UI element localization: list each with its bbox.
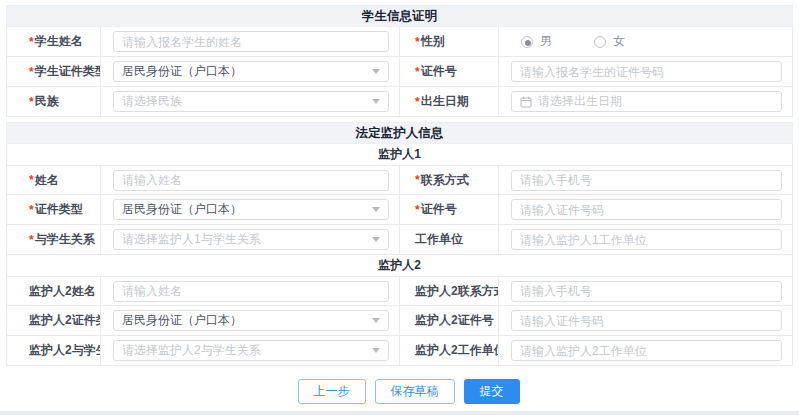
- student-id-type-label: * 学生证件类型: [7, 57, 101, 86]
- required-asterisk: *: [29, 173, 34, 187]
- guardian1-contact-input[interactable]: [511, 170, 782, 191]
- required-asterisk: *: [29, 233, 34, 247]
- guardian2-contact-label: 监护人2联系方式: [399, 277, 499, 305]
- ethnicity-field-cell: 请选择民族: [101, 87, 399, 116]
- student-name-field-cell: [101, 27, 399, 56]
- radio-label-male: 男: [540, 33, 552, 50]
- form-footer: 上一步 保存草稿 提交: [0, 372, 799, 411]
- student-id-no-input[interactable]: [511, 61, 782, 82]
- student-id-no-label: * 证件号: [399, 57, 499, 86]
- section-title: 法定监护人信息: [356, 125, 444, 142]
- form-row: 监护人2姓名 监护人2联系方式: [6, 276, 793, 306]
- guardian1-id-type-select[interactable]: 居民身份证（户口本）: [113, 199, 389, 220]
- gender-label: * 性别: [399, 27, 499, 56]
- guardian2-contact-field-cell: [499, 277, 792, 305]
- form-row: * 姓名 * 联系方式: [6, 165, 793, 195]
- guardian2-subheader: 监护人2: [6, 255, 793, 276]
- chevron-down-icon: [372, 318, 380, 323]
- guardian1-relation-select[interactable]: 请选择监护人1与学生关系: [113, 229, 389, 250]
- guardian1-work-label: 工作单位: [399, 225, 499, 254]
- form-row: * 学生姓名 * 性别 男 女: [6, 27, 793, 57]
- chevron-down-icon: [372, 207, 380, 212]
- chevron-down-icon: [372, 99, 380, 104]
- student-name-label: * 学生姓名: [7, 27, 101, 56]
- guardian2-name-label: 监护人2姓名: [7, 277, 101, 305]
- section-header-student-info: 学生信息证明: [6, 5, 793, 27]
- gender-field-cell: 男 女: [499, 27, 792, 56]
- guardian1-id-type-field-cell: 居民身份证（户口本）: [101, 195, 399, 224]
- required-asterisk: *: [415, 95, 420, 109]
- chevron-down-icon: [372, 348, 380, 353]
- submit-button[interactable]: 提交: [464, 379, 520, 404]
- form-row: * 民族 请选择民族 * 出生日期: [6, 87, 793, 117]
- radio-unchecked-icon: [594, 36, 606, 48]
- guardian2-name-field-cell: [101, 277, 399, 305]
- form-container: 学生信息证明 * 学生姓名 * 性别 男: [0, 0, 799, 372]
- guardian2-relation-label: 监护人2与学生关系: [7, 336, 101, 365]
- student-id-type-field-cell: 居民身份证（户口本）: [101, 57, 399, 86]
- guardian1-relation-label: * 与学生关系: [7, 225, 101, 254]
- required-asterisk: *: [415, 173, 420, 187]
- student-id-type-select[interactable]: 居民身份证（户口本）: [113, 61, 389, 82]
- guardian1-subheader: 监护人1: [6, 144, 793, 165]
- guardian1-contact-field-cell: [499, 166, 792, 194]
- guardian1-work-field-cell: [499, 225, 792, 254]
- form-row: * 证件类型 居民身份证（户口本） * 证件号: [6, 195, 793, 225]
- form-row: * 与学生关系 请选择监护人1与学生关系 工作单位: [6, 225, 793, 255]
- required-asterisk: *: [29, 203, 34, 217]
- form-row: 监护人2证件类型 居民身份证（户口本） 监护人2证件号: [6, 306, 793, 336]
- guardian2-id-type-field-cell: 居民身份证（户口本）: [101, 306, 399, 335]
- birth-date-label: * 出生日期: [399, 87, 499, 116]
- guardian2-id-type-label: 监护人2证件类型: [7, 306, 101, 335]
- gender-radio-male[interactable]: 男: [521, 33, 552, 50]
- chevron-down-icon: [372, 69, 380, 74]
- ethnicity-label: * 民族: [7, 87, 101, 116]
- calendar-icon: [520, 96, 532, 108]
- required-asterisk: *: [29, 95, 34, 109]
- guardian2-contact-input[interactable]: [511, 281, 782, 302]
- guardian1-relation-field-cell: 请选择监护人1与学生关系: [101, 225, 399, 254]
- gender-radio-female[interactable]: 女: [594, 33, 625, 50]
- guardian2-name-input[interactable]: [113, 281, 389, 302]
- section-header-guardian-info: 法定监护人信息: [6, 122, 793, 144]
- student-id-no-field-cell: [499, 57, 792, 86]
- guardian1-work-input[interactable]: [511, 229, 782, 250]
- guardian2-work-field-cell: [499, 336, 792, 365]
- required-asterisk: *: [415, 65, 420, 79]
- birth-date-picker[interactable]: 请选择出生日期: [511, 91, 782, 112]
- gender-radio-group: 男 女: [511, 33, 625, 50]
- section-title: 学生信息证明: [362, 8, 437, 25]
- birth-date-field-cell: 请选择出生日期: [499, 87, 792, 116]
- radio-label-female: 女: [613, 33, 625, 50]
- guardian2-work-input[interactable]: [511, 340, 782, 361]
- guardian1-id-no-input[interactable]: [511, 199, 782, 220]
- guardian2-id-no-input[interactable]: [511, 310, 782, 331]
- previous-step-button[interactable]: 上一步: [298, 379, 366, 404]
- guardian2-relation-field-cell: 请选择监护人2与学生关系: [101, 336, 399, 365]
- student-registration-form-page: 学生信息证明 * 学生姓名 * 性别 男: [0, 0, 799, 415]
- required-asterisk: *: [29, 35, 34, 49]
- guardian2-id-type-select[interactable]: 居民身份证（户口本）: [113, 310, 389, 331]
- guardian1-name-input[interactable]: [113, 170, 389, 191]
- required-asterisk: *: [415, 35, 420, 49]
- save-draft-button[interactable]: 保存草稿: [375, 379, 455, 404]
- guardian2-relation-select[interactable]: 请选择监护人2与学生关系: [113, 340, 389, 361]
- radio-checked-icon: [521, 36, 533, 48]
- guardian2-work-label: 监护人2工作单位: [399, 336, 499, 365]
- guardian1-name-label: * 姓名: [7, 166, 101, 194]
- guardian2-id-no-label: 监护人2证件号: [399, 306, 499, 335]
- guardian1-id-no-field-cell: [499, 195, 792, 224]
- form-row: * 学生证件类型 居民身份证（户口本） * 证件号: [6, 57, 793, 87]
- student-name-input[interactable]: [113, 31, 389, 52]
- guardian1-name-field-cell: [101, 166, 399, 194]
- bottom-divider: [0, 411, 799, 415]
- chevron-down-icon: [372, 237, 380, 242]
- ethnicity-select[interactable]: 请选择民族: [113, 91, 389, 112]
- required-asterisk: *: [415, 203, 420, 217]
- guardian2-id-no-field-cell: [499, 306, 792, 335]
- required-asterisk: *: [29, 65, 34, 79]
- guardian1-id-no-label: * 证件号: [399, 195, 499, 224]
- form-row: 监护人2与学生关系 请选择监护人2与学生关系 监护人2工作单位: [6, 336, 793, 366]
- guardian1-contact-label: * 联系方式: [399, 166, 499, 194]
- guardian1-id-type-label: * 证件类型: [7, 195, 101, 224]
